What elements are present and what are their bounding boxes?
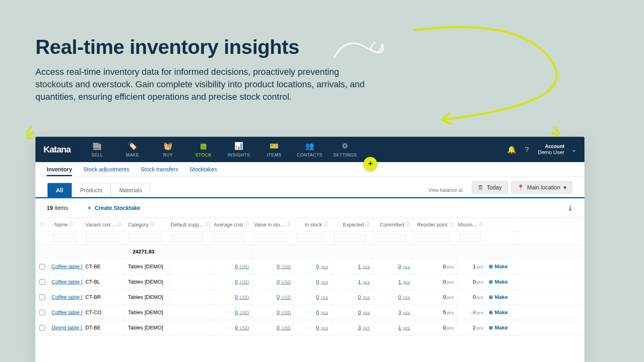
make-button[interactable]: ⊕Make [489, 294, 508, 300]
row-checkbox[interactable] [39, 279, 45, 285]
instock-link[interactable]: 0 pcs [316, 279, 328, 285]
filter-committed[interactable] [375, 234, 407, 243]
create-stocktake-button[interactable]: ＋Create Stocktake [87, 204, 140, 212]
instock-link[interactable]: 0 pcs [316, 309, 328, 315]
item-name-link[interactable]: Coffee table [D [52, 294, 83, 300]
info-icon[interactable]: ⓘ [40, 221, 45, 228]
tab-stocktakes[interactable]: Stocktakes [190, 166, 217, 173]
filter-value[interactable] [254, 234, 287, 243]
avgcost-link[interactable]: 0 USD [235, 294, 249, 300]
committed-link[interactable]: 0 pcs [398, 263, 410, 269]
value-link[interactable]: 0 USD [277, 279, 291, 285]
make-button[interactable]: ⊕Make [489, 309, 508, 315]
filter-instock[interactable] [296, 234, 325, 243]
tab-inventory[interactable]: Inventory [47, 166, 72, 176]
pill-all[interactable]: All [47, 183, 72, 197]
location-button[interactable]: 📍Main location▾ [511, 181, 573, 194]
make-button[interactable]: ⊕Make [489, 263, 508, 269]
value-link[interactable]: 0 USD [277, 309, 291, 315]
committed-link[interactable]: 3 pcs [398, 309, 410, 315]
table-row: Coffee table [D CT-BE Tables [DEMO] 0 US… [35, 259, 584, 274]
filter-expected[interactable] [333, 234, 366, 243]
row-checkbox[interactable] [39, 264, 45, 269]
filter-reorder[interactable] [415, 234, 450, 243]
caret-down-icon: ▾ [564, 184, 566, 191]
account-menu[interactable]: Account Demo User [538, 144, 564, 156]
avgcost-link[interactable]: 0 USD [235, 309, 249, 315]
filter-avgcost[interactable] [213, 234, 246, 243]
committed-link[interactable]: 1 pcs [398, 279, 410, 285]
committed-link[interactable]: 0 pcs [398, 294, 410, 300]
col-name[interactable]: ↑Nameⓘ [49, 218, 83, 231]
add-fab-button[interactable]: + [363, 157, 377, 171]
make-button[interactable]: ⊕Make [489, 325, 508, 331]
col-expected[interactable]: Expectedⓘ [331, 218, 373, 231]
expected-link[interactable]: 3 pcs [358, 325, 370, 331]
download-button[interactable]: ⤓ [567, 204, 573, 212]
value-link[interactable]: 0 USD [277, 325, 291, 331]
filter-name[interactable] [52, 234, 77, 243]
avgcost-link[interactable]: 0 USD [235, 263, 249, 269]
chevron-down-icon[interactable]: ⌄ [572, 146, 576, 153]
col-avgcost[interactable]: Average costⓘ [210, 218, 252, 231]
reorder-cell: 0 pcs [413, 320, 456, 335]
col-supplier[interactable]: Default supp…ⓘ [168, 218, 210, 231]
help-icon[interactable]: ？ [523, 145, 530, 154]
item-name-link[interactable]: Coffee table [D [52, 309, 83, 315]
avgcost-link[interactable]: 0 USD [235, 279, 249, 285]
expected-link[interactable]: 0 pcs [358, 294, 370, 300]
expected-link[interactable]: 0 pcs [358, 309, 370, 315]
brand-logo[interactable]: Katana [35, 137, 79, 162]
tab-stock-adjustments[interactable]: Stock adjustments [83, 166, 129, 173]
item-name-link[interactable]: Coffee table [D [52, 279, 83, 285]
make-button[interactable]: ⊕Make [489, 279, 508, 285]
tab-stock-transfers[interactable]: Stock transfers [140, 166, 178, 173]
instock-link[interactable]: 0 pcs [316, 325, 328, 331]
col-missing[interactable]: Missin…ⓘ [456, 218, 486, 231]
filter-category[interactable] [128, 234, 162, 243]
item-name-link[interactable]: Coffee table [D [52, 263, 83, 269]
value-link[interactable]: 0 USD [277, 294, 291, 300]
committed-link[interactable]: 1 pcs [398, 325, 410, 331]
nav-insights[interactable]: 📊INSIGHTS [221, 137, 256, 162]
supplier-cell [168, 290, 210, 304]
today-button[interactable]: 🗓Today [472, 181, 508, 194]
instock-link[interactable]: 0 pcs [316, 294, 328, 300]
bell-icon[interactable]: 🔔 [507, 145, 516, 154]
nav-buy[interactable]: 🧺BUY [150, 137, 186, 162]
make-icon: ⊕ [489, 325, 493, 331]
filter-missing[interactable] [459, 234, 481, 243]
avgcost-link[interactable]: 0 USD [235, 325, 249, 331]
col-variant[interactable]: Variant cod…ⓘ [83, 218, 126, 231]
value-link[interactable]: 0 USD [277, 263, 291, 269]
expected-link[interactable]: 1 pcs [358, 263, 370, 269]
grid-icon: ▦ [200, 142, 207, 150]
row-checkbox[interactable] [39, 310, 45, 315]
nav-make[interactable]: 🏷️MAKE [115, 137, 150, 162]
col-reorder[interactable]: Reorder pointⓘ [413, 218, 456, 231]
nav-settings[interactable]: ⚙SETTINGS [327, 137, 363, 162]
nav-items[interactable]: 🎫ITEMS [256, 137, 292, 162]
nav-items: 🏬SELL 🏷️MAKE 🧺BUY ▦STOCK 📊INSIGHTS 🎫ITEM… [79, 137, 363, 162]
filter-variant[interactable] [85, 234, 119, 243]
expected-link[interactable]: 1 pcs [358, 279, 370, 285]
row-checkbox[interactable] [39, 325, 45, 331]
col-value[interactable]: Value in sto…ⓘ [252, 218, 294, 231]
filter-supplier[interactable] [171, 234, 204, 243]
pill-materials[interactable]: Materials [111, 183, 151, 197]
col-instock[interactable]: In stockⓘ [294, 218, 331, 231]
nav-contacts[interactable]: 👥CONTACTS [292, 137, 327, 162]
pill-products[interactable]: Products [72, 183, 111, 197]
col-category[interactable]: Categoryⓘ [126, 218, 168, 231]
top-right: 🔔 ？ Account Demo User ⌄ [499, 137, 584, 162]
item-name-link[interactable]: Dining table [D [52, 325, 83, 331]
category-cell: Tables [DEMO] [126, 259, 168, 274]
table-row: Coffee table [D CT-CO Tables [DEMO] 0 US… [35, 305, 584, 320]
instock-link[interactable]: 0 pcs [316, 263, 328, 269]
row-checkbox[interactable] [39, 294, 45, 300]
nav-stock[interactable]: ▦STOCK [186, 137, 221, 162]
make-icon: 🏷️ [128, 142, 137, 150]
nav-sell[interactable]: 🏬SELL [79, 137, 115, 162]
reorder-cell: 0 pcs [413, 274, 456, 289]
col-committed[interactable]: Committedⓘ [373, 218, 413, 231]
